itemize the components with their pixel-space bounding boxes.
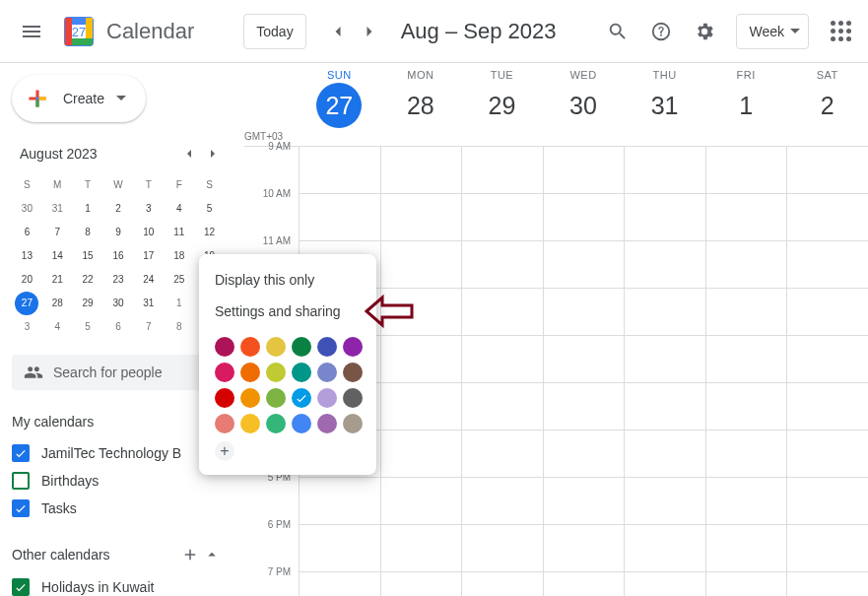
apps-icon[interactable] bbox=[821, 12, 860, 51]
mini-day[interactable]: 5 bbox=[198, 197, 222, 221]
calendar-item[interactable]: Tasks bbox=[12, 495, 225, 522]
color-option[interactable] bbox=[215, 414, 234, 433]
day-column-header[interactable]: TUE29 bbox=[461, 63, 543, 146]
color-option[interactable] bbox=[343, 337, 363, 357]
color-option[interactable] bbox=[317, 363, 337, 382]
grid-column[interactable] bbox=[705, 147, 787, 596]
mini-day[interactable]: 17 bbox=[137, 244, 161, 268]
color-option[interactable] bbox=[266, 388, 286, 408]
mini-day[interactable]: 10 bbox=[137, 221, 161, 244]
mini-day[interactable]: 21 bbox=[45, 268, 69, 292]
mini-day[interactable]: 7 bbox=[45, 221, 69, 244]
chevron-up-icon[interactable] bbox=[203, 546, 221, 563]
day-column-header[interactable]: SUN27 bbox=[299, 63, 380, 146]
settings-icon[interactable] bbox=[685, 12, 724, 51]
mini-day[interactable]: 6 bbox=[15, 221, 38, 244]
add-calendar-icon[interactable] bbox=[181, 546, 199, 563]
main-menu-button[interactable] bbox=[8, 8, 55, 55]
mini-day[interactable]: 28 bbox=[45, 292, 69, 315]
day-number[interactable]: 28 bbox=[398, 83, 443, 128]
mini-day[interactable]: 3 bbox=[15, 315, 38, 339]
mini-day[interactable]: 15 bbox=[76, 244, 100, 268]
mini-next-button[interactable] bbox=[201, 142, 225, 166]
calendar-checkbox[interactable] bbox=[12, 444, 30, 462]
color-option[interactable] bbox=[266, 337, 286, 357]
mini-day[interactable]: 12 bbox=[198, 221, 222, 244]
today-button[interactable]: Today bbox=[243, 14, 305, 49]
day-column-header[interactable]: SAT2 bbox=[786, 63, 868, 146]
mini-day[interactable]: 1 bbox=[76, 197, 100, 221]
color-option[interactable] bbox=[292, 388, 311, 408]
day-number[interactable]: 31 bbox=[642, 83, 688, 128]
color-option[interactable] bbox=[240, 414, 260, 433]
day-number[interactable]: 1 bbox=[723, 83, 768, 128]
other-calendars-title[interactable]: Other calendars bbox=[12, 546, 225, 563]
mini-day[interactable]: 5 bbox=[76, 315, 100, 339]
day-number[interactable]: 29 bbox=[479, 83, 524, 128]
calendar-checkbox[interactable] bbox=[12, 472, 30, 490]
calendar-checkbox[interactable] bbox=[12, 578, 30, 596]
day-number[interactable]: 27 bbox=[316, 83, 362, 128]
grid-column[interactable] bbox=[380, 147, 462, 596]
mini-day[interactable]: 18 bbox=[167, 244, 191, 268]
color-option[interactable] bbox=[266, 414, 286, 433]
calendar-item[interactable]: Birthdays bbox=[12, 467, 225, 495]
color-option[interactable] bbox=[266, 363, 286, 382]
mini-day[interactable]: 4 bbox=[167, 197, 191, 221]
mini-day[interactable]: 8 bbox=[76, 221, 100, 244]
mini-day[interactable]: 24 bbox=[137, 268, 161, 292]
display-only-item[interactable]: Display this only bbox=[199, 264, 376, 296]
my-calendars-title[interactable]: My calendars bbox=[12, 414, 225, 430]
mini-day[interactable]: 6 bbox=[106, 315, 130, 339]
add-color-button[interactable]: + bbox=[215, 441, 234, 461]
color-option[interactable] bbox=[240, 363, 260, 382]
mini-day[interactable]: 2 bbox=[106, 197, 130, 221]
color-option[interactable] bbox=[240, 337, 260, 357]
grid-column[interactable] bbox=[543, 147, 625, 596]
settings-sharing-item[interactable]: Settings and sharing bbox=[199, 296, 376, 327]
grid-column[interactable] bbox=[624, 147, 705, 596]
mini-day[interactable]: 3 bbox=[137, 197, 161, 221]
mini-day[interactable]: 30 bbox=[106, 292, 130, 315]
color-option[interactable] bbox=[343, 414, 363, 433]
day-number[interactable]: 30 bbox=[561, 83, 606, 128]
search-icon[interactable] bbox=[598, 12, 637, 51]
mini-day[interactable]: 7 bbox=[137, 315, 161, 339]
grid-column[interactable] bbox=[461, 147, 543, 596]
color-option[interactable] bbox=[343, 363, 363, 382]
mini-day[interactable]: 25 bbox=[167, 268, 191, 292]
color-option[interactable] bbox=[343, 388, 363, 408]
create-button[interactable]: Create bbox=[12, 75, 146, 122]
mini-day[interactable]: 8 bbox=[167, 315, 191, 339]
day-number[interactable]: 2 bbox=[805, 83, 850, 128]
color-option[interactable] bbox=[215, 363, 234, 382]
mini-day[interactable]: 31 bbox=[45, 197, 69, 221]
mini-day[interactable]: 9 bbox=[106, 221, 130, 244]
mini-day[interactable]: 13 bbox=[15, 244, 38, 268]
color-option[interactable] bbox=[292, 414, 311, 433]
day-column-header[interactable]: MON28 bbox=[380, 63, 462, 146]
mini-prev-button[interactable] bbox=[177, 142, 201, 166]
search-people[interactable]: Search for people bbox=[12, 355, 225, 390]
mini-day[interactable]: 30 bbox=[15, 197, 38, 221]
next-week-button[interactable] bbox=[354, 16, 385, 47]
calendar-item[interactable]: Holidays in Kuwait bbox=[12, 573, 225, 596]
color-option[interactable] bbox=[292, 337, 311, 357]
mini-day[interactable]: 14 bbox=[45, 244, 69, 268]
mini-day[interactable]: 23 bbox=[106, 268, 130, 292]
color-option[interactable] bbox=[292, 363, 311, 382]
view-selector[interactable]: Week bbox=[736, 14, 809, 49]
day-column-header[interactable]: THU31 bbox=[624, 63, 705, 146]
mini-day[interactable]: 4 bbox=[45, 315, 69, 339]
day-column-header[interactable]: WED30 bbox=[543, 63, 625, 146]
mini-day[interactable]: 11 bbox=[167, 221, 191, 244]
mini-day[interactable]: 1 bbox=[167, 292, 191, 315]
color-option[interactable] bbox=[215, 388, 234, 408]
prev-week-button[interactable] bbox=[322, 16, 354, 47]
mini-day[interactable]: 31 bbox=[137, 292, 161, 315]
mini-day[interactable]: 22 bbox=[76, 268, 100, 292]
calendar-item[interactable]: JamilTec Technology B bbox=[12, 439, 225, 467]
mini-day[interactable]: 27 bbox=[15, 292, 38, 315]
color-option[interactable] bbox=[240, 388, 260, 408]
day-column-header[interactable]: FRI1 bbox=[705, 63, 787, 146]
